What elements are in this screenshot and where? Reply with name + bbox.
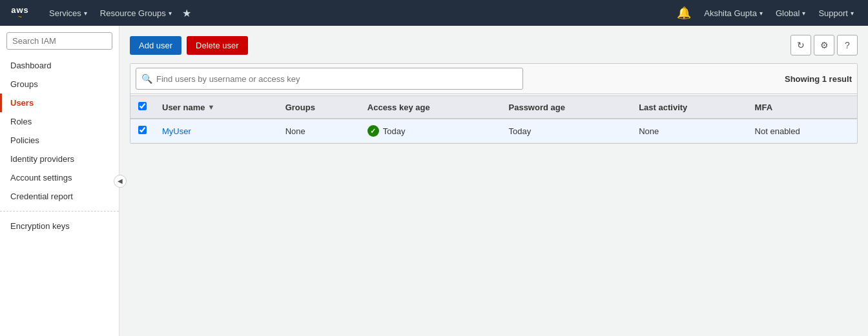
sidebar-search-wrap <box>0 32 119 56</box>
row-username: MyUser <box>154 119 278 143</box>
sidebar-item-groups[interactable]: Groups <box>0 75 119 94</box>
top-nav: aws ~ Services ▾ Resource Groups ▾ ★ 🔔 A… <box>0 0 868 26</box>
global-label: Global <box>776 8 800 18</box>
support-label: Support <box>818 8 848 18</box>
sidebar-item-account-settings[interactable]: Account settings <box>0 168 119 187</box>
sidebar-item-credential-report[interactable]: Credential report <box>0 187 119 206</box>
col-username-label: User name <box>162 103 205 112</box>
user-name: Akshita Gupta <box>704 8 757 18</box>
sidebar-item-users[interactable]: Users <box>0 94 119 112</box>
col-username[interactable]: User name ▼ <box>154 96 278 119</box>
sidebar-item-roles[interactable]: Roles <box>0 112 119 131</box>
resource-groups-label: Resource Groups <box>100 8 166 18</box>
toolbar-right: ↻ ⚙ ? <box>790 35 858 55</box>
resource-groups-menu[interactable]: Resource Groups ▾ <box>94 0 178 26</box>
username-link[interactable]: MyUser <box>162 126 191 136</box>
table-header: User name ▼ Groups Access key age Passwo… <box>130 96 857 119</box>
col-last-activity: Last activity <box>631 96 747 119</box>
services-chevron-icon: ▾ <box>84 10 87 17</box>
nav-right: 🔔 Akshita Gupta ▾ Global ▾ Support ▾ <box>670 0 860 26</box>
user-menu-chevron-icon: ▾ <box>760 10 763 17</box>
aws-logo: aws ~ <box>8 4 32 22</box>
search-icon: 🔍 <box>141 74 152 84</box>
search-bar: 🔍 <box>136 68 523 90</box>
services-label: Services <box>49 8 81 18</box>
user-menu[interactable]: Akshita Gupta ▾ <box>698 0 769 26</box>
results-count: Showing 1 result <box>785 74 852 84</box>
row-password-age: Today <box>501 119 632 143</box>
global-chevron-icon: ▾ <box>802 10 805 17</box>
global-menu[interactable]: Global ▾ <box>769 0 812 26</box>
select-all-checkbox[interactable] <box>138 102 147 110</box>
sidebar-item-dashboard[interactable]: Dashboard <box>0 56 119 75</box>
row-checkbox-cell <box>130 119 154 143</box>
sidebar-item-policies[interactable]: Policies <box>0 131 119 150</box>
select-all-checkbox-cell <box>130 96 154 119</box>
delete-user-button[interactable]: Delete user <box>187 36 247 55</box>
help-button[interactable]: ? <box>837 35 858 55</box>
toolbar: Add user Delete user ↻ ⚙ ? <box>130 35 858 55</box>
table-body: MyUser None ✓ Today Today None Not enabl… <box>130 119 857 143</box>
add-user-button[interactable]: Add user <box>130 36 181 55</box>
search-results-container: 🔍 Showing 1 result User name <box>130 63 858 144</box>
access-key-ok-icon: ✓ <box>367 125 379 137</box>
services-menu[interactable]: Services ▾ <box>43 0 94 26</box>
refresh-button[interactable]: ↻ <box>790 35 811 55</box>
row-last-activity: None <box>631 119 747 143</box>
aws-logo-text: aws <box>11 6 29 14</box>
sort-arrow-icon: ▼ <box>207 103 214 111</box>
resource-groups-chevron-icon: ▾ <box>169 10 172 17</box>
search-area: 🔍 Showing 1 result <box>130 64 857 94</box>
row-access-key-age: ✓ Today <box>360 119 501 143</box>
col-mfa: MFA <box>747 96 857 119</box>
users-table: User name ▼ Groups Access key age Passwo… <box>130 95 857 143</box>
col-access-key-age: Access key age <box>360 96 501 119</box>
notifications-icon[interactable]: 🔔 <box>670 6 698 20</box>
sidebar: Dashboard Groups Users Roles Policies Id… <box>0 26 119 336</box>
row-mfa: Not enabled <box>747 119 857 143</box>
aws-logo-smile: ~ <box>18 14 22 21</box>
sidebar-item-encryption-keys[interactable]: Encryption keys <box>0 217 119 235</box>
access-key-age-value: Today <box>383 126 406 136</box>
col-groups: Groups <box>278 96 360 119</box>
settings-button[interactable]: ⚙ <box>814 35 834 55</box>
main-content: Add user Delete user ↻ ⚙ ? 🔍 Showing 1 r… <box>119 26 868 336</box>
col-password-age: Password age <box>501 96 632 119</box>
support-chevron-icon: ▾ <box>851 10 854 17</box>
sidebar-search-input[interactable] <box>6 32 112 50</box>
user-search-input[interactable] <box>156 74 517 84</box>
sidebar-collapse-button[interactable]: ◀ <box>114 175 127 188</box>
table-row: MyUser None ✓ Today Today None Not enabl… <box>130 119 857 143</box>
bookmarks-icon[interactable]: ★ <box>178 7 195 19</box>
row-groups: None <box>278 119 360 143</box>
sidebar-divider <box>0 211 119 212</box>
sidebar-item-identity-providers[interactable]: Identity providers <box>0 150 119 168</box>
support-menu[interactable]: Support ▾ <box>812 0 860 26</box>
main-layout: Dashboard Groups Users Roles Policies Id… <box>0 26 868 336</box>
row-checkbox[interactable] <box>138 126 147 134</box>
